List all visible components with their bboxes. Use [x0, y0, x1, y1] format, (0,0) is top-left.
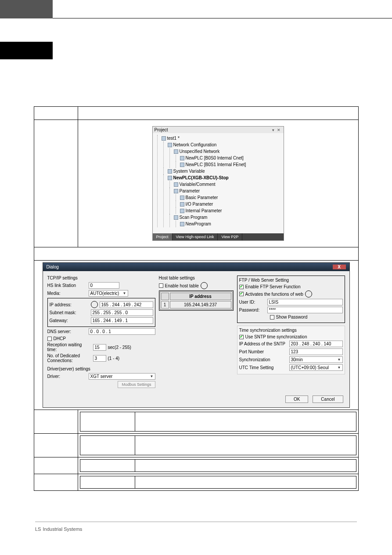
driver-heading: Driver(server) settings: [47, 366, 155, 371]
tree-param[interactable]: Parameter: [180, 189, 200, 193]
time-sync-box: Time synchronization settings Use SNTP t…: [237, 326, 345, 374]
utc-label: UTC Time Setting: [239, 365, 288, 370]
sub-cell-left: [80, 460, 135, 472]
close-icon[interactable]: X: [333, 265, 346, 269]
project-icon: [162, 136, 166, 141]
port-input[interactable]: 123: [289, 348, 343, 355]
activate-web-checkbox[interactable]: [239, 292, 244, 296]
empty-cell-d2: [78, 474, 358, 491]
tree-varcom[interactable]: Variable/Comment: [180, 182, 216, 187]
hs-link-input[interactable]: 0: [89, 282, 119, 289]
empty-cell-a1: [34, 410, 78, 434]
param-icon: [174, 189, 178, 193]
utc-select[interactable]: (UTC+09:00) Seoul▼: [289, 364, 343, 371]
gateway-input[interactable]: 165 . 244 . 149 . 1: [91, 317, 153, 324]
param-icon: [180, 209, 184, 213]
tree-root[interactable]: test1 *: [167, 136, 180, 141]
host-table-column: Host table settings Enable host table IP…: [159, 276, 234, 389]
tab-project[interactable]: Project: [153, 233, 173, 240]
port-label: Port Number: [239, 349, 288, 354]
recv-wait-label: Reception waiting time:: [47, 342, 91, 352]
chevron-down-icon: ▼: [338, 358, 341, 362]
sync-select[interactable]: 30min▼: [289, 356, 343, 363]
sntp-ip-label: IP Address of the SNTP: [239, 341, 288, 346]
tree-internal[interactable]: Internal Parameter: [186, 208, 222, 213]
project-tree[interactable]: test1 * Network Configuration Unspecifie…: [153, 133, 284, 240]
desc-cell-1: [78, 107, 358, 120]
media-select[interactable]: AUTO(electric)▼: [89, 290, 128, 297]
sntp-ip-input[interactable]: 203 . 248 . 240 . 140: [289, 341, 343, 347]
chevron-down-icon: ▼: [150, 374, 154, 378]
dns-label: DNS server:: [47, 329, 87, 334]
ok-button[interactable]: OK: [285, 395, 308, 403]
param-icon: [180, 202, 184, 207]
folder-icon: [168, 143, 172, 147]
tree-io[interactable]: I/O Parameter: [186, 202, 213, 207]
time-heading: Time synchronization settings: [239, 328, 343, 333]
ip-highlight-box: IP address: 165 . 244 . 149 . 242 Subnet…: [47, 298, 155, 327]
host-ip-header: IP address: [170, 293, 231, 300]
tree-sysvar[interactable]: System Variable: [173, 169, 205, 174]
tree-scan[interactable]: Scan Program: [180, 215, 208, 220]
empty-cell-d1: [34, 474, 78, 491]
enable-ftp-checkbox[interactable]: [239, 285, 244, 289]
sub-cell-left: [80, 436, 135, 455]
sub-cell-right: [135, 476, 356, 489]
tab-highspeed-link[interactable]: View High-speed Link: [173, 233, 218, 240]
tree-basic[interactable]: Basic Parameter: [186, 195, 218, 200]
step-cell-1: [34, 107, 78, 120]
dhcp-checkbox[interactable]: [47, 337, 52, 341]
show-password-checkbox[interactable]: [270, 315, 274, 319]
enable-host-checkbox[interactable]: [159, 283, 163, 288]
plc-icon: [180, 156, 184, 160]
tree-cnet[interactable]: NewPLC [B0S0 Internal Cnet]: [186, 156, 244, 160]
tree-newprog[interactable]: NewProgram: [186, 221, 211, 226]
cancel-button[interactable]: Cancel: [313, 395, 343, 403]
param-icon: [180, 196, 184, 200]
prog-icon: [180, 222, 184, 226]
tab-p2p[interactable]: View P2P: [218, 233, 242, 240]
sub-cell-right: [135, 412, 356, 432]
ftp-web-box: FTP / Web Server Setting Enable FTP Serv…: [237, 276, 345, 323]
sync-label: Synchronization: [239, 357, 288, 362]
page-footer: LS Industrial Systems: [0, 517, 392, 537]
empty-cell-b1: [34, 434, 78, 457]
show-password-label: Show Password: [276, 315, 308, 319]
tree-fenet[interactable]: NewPLC [B0S1 Internal FEnet]: [186, 162, 246, 167]
tree-unspec-net[interactable]: Unspecified Network: [180, 149, 220, 154]
project-panel: Project ▾ ✕ test1 * Network Configuratio…: [152, 126, 284, 241]
sub-cell-left: [80, 412, 135, 432]
var-icon: [174, 182, 178, 187]
gateway-label: Gateway:: [50, 318, 89, 323]
dialog-title: Dialog: [47, 265, 59, 269]
subnet-input[interactable]: 255 . 255 . 255 . 0: [91, 309, 153, 316]
use-sntp-checkbox[interactable]: [239, 335, 244, 339]
chevron-down-icon: ▼: [123, 291, 126, 295]
net-icon: [174, 149, 178, 154]
recv-wait-input[interactable]: 15: [93, 344, 106, 351]
host-row-num[interactable]: 1: [161, 301, 169, 308]
tree-plc[interactable]: NewPLC(XGB-XBCU)-Stop: [173, 175, 229, 180]
tree-network-cfg[interactable]: Network Configuration: [173, 142, 217, 147]
hs-link-label: HS link Station: [47, 283, 87, 288]
ip-input[interactable]: 165 . 244 . 149 . 242: [100, 301, 153, 308]
dns-input[interactable]: 0 . 0 . 0 . 1: [89, 328, 155, 335]
document-table: Project ▾ ✕ test1 * Network Configuratio…: [34, 106, 359, 491]
modbus-settings-button[interactable]: Modbus Settings: [118, 381, 155, 388]
password-input[interactable]: ****: [267, 307, 343, 313]
empty-cell-b2: [78, 434, 358, 457]
panel-pin-close-icons[interactable]: ▾ ✕: [272, 128, 282, 132]
userid-label: User ID:: [239, 300, 266, 305]
host-row-ip[interactable]: 165.244.149.237: [170, 301, 231, 308]
tcp-heading: TCP/IP settings: [47, 276, 155, 280]
driver-select[interactable]: XGT server▼: [89, 373, 155, 380]
ded-conn-input[interactable]: 3: [93, 355, 106, 362]
host-callout-circle: [201, 282, 208, 289]
project-panel-cell: Project ▾ ✕ test1 * Network Configuratio…: [78, 120, 358, 247]
ip-callout-circle: [91, 301, 98, 308]
dhcp-label: DHCP: [54, 336, 66, 341]
empty-cell-c2: [78, 457, 358, 474]
use-sntp-label: Use SNTP time synchronization: [245, 334, 307, 339]
userid-input[interactable]: LSIS: [267, 299, 343, 305]
empty-cell-a2: [78, 410, 358, 434]
